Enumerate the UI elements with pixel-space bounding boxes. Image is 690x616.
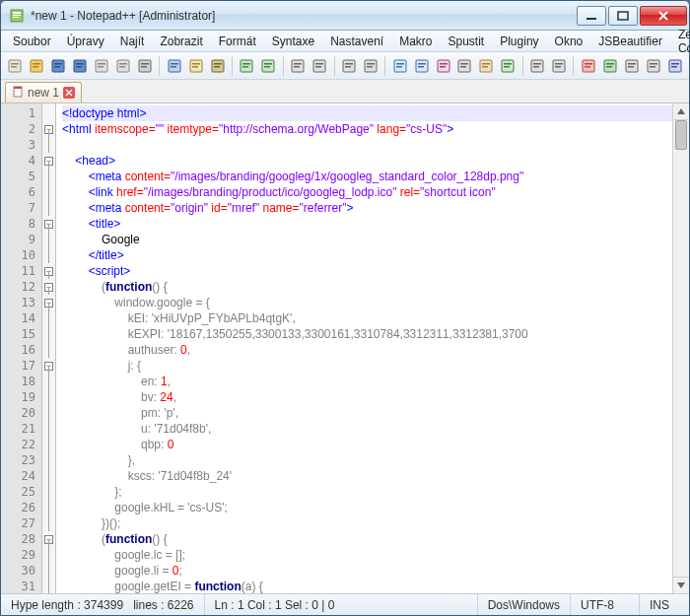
line-number-gutter[interactable]: 1234567891011121314151617181920212223242… xyxy=(1,103,42,593)
file-tab[interactable]: new 1 xyxy=(5,82,82,103)
undo-icon[interactable] xyxy=(237,55,257,77)
menu-spustit[interactable]: Spustit xyxy=(441,33,493,50)
tab-close-icon[interactable] xyxy=(63,87,75,99)
find-icon[interactable] xyxy=(288,55,309,77)
code-line[interactable]: google.li = 0; xyxy=(62,563,689,579)
fold-marker[interactable] xyxy=(42,579,55,593)
fold-marker[interactable]: − xyxy=(42,279,55,295)
code-area[interactable]: <!doctype html><html itemscope="" itemty… xyxy=(56,103,689,593)
code-line[interactable]: Google xyxy=(62,232,689,247)
line-number[interactable]: 2 xyxy=(1,121,41,137)
menu-jsbeautifier[interactable]: JSBeautifier xyxy=(590,33,670,50)
line-number[interactable]: 4 xyxy=(1,153,41,169)
code-line[interactable]: j: { xyxy=(62,358,689,374)
fold-marker[interactable] xyxy=(42,421,55,437)
scroll-up-icon[interactable] xyxy=(673,103,689,120)
sync-v-icon[interactable] xyxy=(389,55,410,77)
fold-marker[interactable] xyxy=(42,389,55,405)
code-line[interactable]: google.getEI = function(a) { xyxy=(62,579,689,593)
code-line[interactable]: google.kHL = 'cs-US'; xyxy=(62,500,689,515)
code-line[interactable]: (function() { xyxy=(62,531,689,547)
line-number[interactable]: 22 xyxy=(1,437,41,452)
record-icon[interactable] xyxy=(578,55,598,77)
line-number[interactable]: 31 xyxy=(1,579,41,593)
new-file-icon[interactable] xyxy=(5,55,26,77)
code-line[interactable] xyxy=(62,137,689,153)
line-number[interactable]: 5 xyxy=(1,169,41,184)
close-icon[interactable] xyxy=(92,55,112,77)
code-line[interactable]: <html itemscope="" itemtype="http://sche… xyxy=(62,121,689,137)
save-all-icon[interactable] xyxy=(70,55,91,77)
fold-marker[interactable] xyxy=(42,374,55,389)
menu-pluginy[interactable]: Pluginy xyxy=(492,33,546,50)
line-number[interactable]: 6 xyxy=(1,184,41,200)
code-line[interactable]: <head> xyxy=(62,153,689,169)
fold-marker[interactable] xyxy=(42,515,55,531)
code-line[interactable]: kEXPI: '18167,1350255,3300133,3300161,33… xyxy=(62,326,689,342)
titlebar[interactable]: *new 1 - Notepad++ [Administrator] xyxy=(1,1,689,31)
line-number[interactable]: 29 xyxy=(1,547,41,563)
doc-map-icon[interactable] xyxy=(549,55,570,77)
menu-soubor[interactable]: Soubor xyxy=(5,33,59,50)
line-number[interactable]: 17 xyxy=(1,358,41,374)
code-line[interactable]: <!doctype html> xyxy=(62,105,689,121)
close-all-icon[interactable] xyxy=(113,55,134,77)
lang-icon[interactable] xyxy=(498,55,518,77)
fold-marker[interactable] xyxy=(42,563,55,579)
zoom-out-icon[interactable] xyxy=(360,55,380,77)
fold-marker[interactable]: − xyxy=(42,263,55,279)
line-number[interactable]: 25 xyxy=(1,484,41,500)
code-line[interactable]: </title> xyxy=(62,247,689,263)
maximize-button[interactable] xyxy=(608,6,638,26)
func-list-icon[interactable] xyxy=(527,55,548,77)
code-line[interactable]: bv: 24, xyxy=(62,389,689,405)
line-number[interactable]: 15 xyxy=(1,326,41,342)
fold-marker[interactable] xyxy=(42,342,55,358)
line-number[interactable]: 8 xyxy=(1,216,41,232)
menu-nastaven[interactable]: Nastavení xyxy=(322,33,391,50)
fold-marker[interactable]: − xyxy=(42,121,55,137)
code-line[interactable]: <meta content="origin" id="mref" name="r… xyxy=(62,200,689,216)
code-line[interactable]: window.google = { xyxy=(62,295,689,310)
code-line[interactable]: })(); xyxy=(62,515,689,531)
open-file-icon[interactable] xyxy=(27,55,47,77)
line-number[interactable]: 20 xyxy=(1,405,41,421)
line-number[interactable]: 10 xyxy=(1,247,41,263)
minimize-button[interactable] xyxy=(577,6,606,26)
play-icon[interactable] xyxy=(599,55,620,77)
run-multi-icon[interactable] xyxy=(643,55,663,77)
wrap-icon[interactable] xyxy=(433,55,453,77)
code-line[interactable]: kEI: 'xHiUVpP_FYbAPLb4qtgK', xyxy=(62,310,689,326)
cut-icon[interactable] xyxy=(164,55,184,77)
menu-zobrazit[interactable]: Zobrazit xyxy=(152,33,210,50)
line-number[interactable]: 13 xyxy=(1,295,41,310)
fold-marker[interactable] xyxy=(42,452,55,468)
redo-icon[interactable] xyxy=(258,55,279,77)
save-macro-icon[interactable] xyxy=(664,55,685,77)
scroll-down-icon[interactable] xyxy=(673,577,689,593)
fold-marker[interactable] xyxy=(42,437,55,452)
line-number[interactable]: 1 xyxy=(1,105,41,121)
menu-najt[interactable]: Najít xyxy=(112,33,153,50)
line-number[interactable]: 12 xyxy=(1,279,41,295)
run-fast-icon[interactable] xyxy=(621,55,642,77)
line-number[interactable]: 27 xyxy=(1,515,41,531)
fold-marker[interactable] xyxy=(42,405,55,421)
sync-h-icon[interactable] xyxy=(411,55,432,77)
line-number[interactable]: 21 xyxy=(1,421,41,437)
print-icon[interactable] xyxy=(134,55,155,77)
line-number[interactable]: 16 xyxy=(1,342,41,358)
code-line[interactable]: (function() { xyxy=(62,279,689,295)
fold-marker[interactable] xyxy=(42,232,55,247)
menu-formt[interactable]: Formát xyxy=(211,33,264,50)
fold-marker[interactable] xyxy=(42,484,55,500)
code-line[interactable]: <title> xyxy=(62,216,689,232)
line-number[interactable]: 9 xyxy=(1,232,41,247)
fold-marker[interactable] xyxy=(42,184,55,200)
line-number[interactable]: 7 xyxy=(1,200,41,216)
code-line[interactable]: }; xyxy=(62,484,689,500)
fold-marker[interactable]: − xyxy=(42,531,55,547)
line-number[interactable]: 19 xyxy=(1,389,41,405)
fold-marker[interactable] xyxy=(42,326,55,342)
line-number[interactable]: 18 xyxy=(1,374,41,389)
